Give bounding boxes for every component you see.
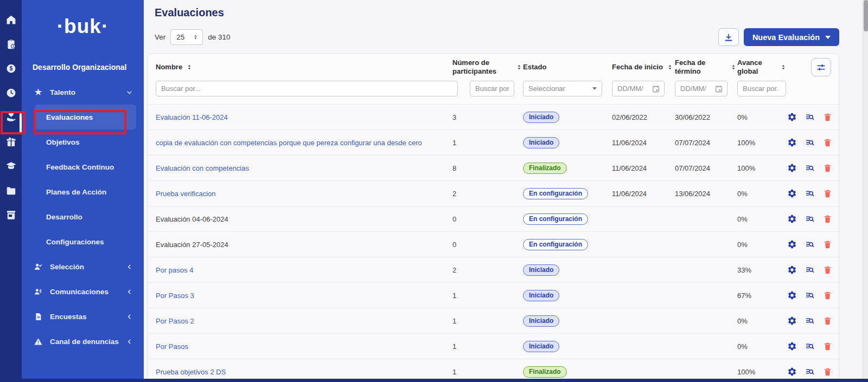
gift-icon[interactable] xyxy=(0,130,22,154)
evaluation-name-link[interactable]: Por Pasos 3 xyxy=(156,292,194,300)
row-detail-search-icon[interactable] xyxy=(805,265,815,275)
scrollbar-thumb[interactable] xyxy=(864,0,868,31)
evaluation-name-link[interactable]: Evaluación 11-06-2024 xyxy=(156,113,228,121)
table-row: Por Pasos 2 1 Iniciado 0% xyxy=(148,308,839,333)
evaluation-name-link[interactable]: Prueba verificacion xyxy=(156,190,216,198)
app-window: $ ·buk· Desarrollo Organizacional ★Talen… xyxy=(0,0,868,382)
sidebar: ·buk· Desarrollo Organizacional ★Talento… xyxy=(22,0,144,382)
sort-nombre-icon[interactable] xyxy=(186,63,193,71)
column-settings-button[interactable] xyxy=(811,58,831,76)
start-date-filter[interactable]: DD/MM/ xyxy=(612,81,665,96)
row-delete-trash-icon[interactable] xyxy=(823,367,832,377)
row-settings-gear-icon[interactable] xyxy=(787,189,797,198)
row-detail-search-icon[interactable] xyxy=(805,163,815,173)
table-row: copia de evaluación con competencias por… xyxy=(148,130,839,155)
row-delete-trash-icon[interactable] xyxy=(823,316,832,326)
graduation-cap-icon[interactable] xyxy=(0,154,22,178)
row-settings-gear-icon[interactable] xyxy=(787,367,797,377)
end-date-cell: 07/07/2024 xyxy=(675,164,737,172)
row-detail-search-icon[interactable] xyxy=(805,316,815,326)
evaluation-name-link[interactable]: Evaluación 27-05-2024 xyxy=(156,241,228,249)
evaluation-name-link[interactable]: Por pasos 4 xyxy=(156,266,193,274)
row-delete-trash-icon[interactable] xyxy=(823,215,832,224)
row-settings-gear-icon[interactable] xyxy=(787,138,797,147)
row-delete-trash-icon[interactable] xyxy=(823,342,832,351)
sidebar-item-configuraciones[interactable]: Configuraciones xyxy=(22,229,144,254)
folder-icon[interactable] xyxy=(0,178,22,203)
home-icon[interactable] xyxy=(0,8,22,32)
sidebar-item-encuestas[interactable]: Encuestas xyxy=(22,304,144,329)
row-delete-trash-icon[interactable] xyxy=(823,240,832,249)
status-badge: En configuración xyxy=(523,239,588,250)
calendar-icon[interactable] xyxy=(714,85,723,93)
sidebar-item-planes-de-acción[interactable]: Planes de Acción xyxy=(22,179,144,204)
row-delete-trash-icon[interactable] xyxy=(823,291,832,300)
sort-avance-icon[interactable] xyxy=(780,63,787,71)
bottom-edge-strip xyxy=(0,379,868,382)
table-row: Evaluación 04-06-2024 0 En configuración… xyxy=(148,206,839,231)
row-detail-search-icon[interactable] xyxy=(805,112,815,122)
participants-filter-input[interactable] xyxy=(470,81,514,96)
dollar-circle-icon[interactable]: $ xyxy=(0,56,22,81)
pagesize-label: Ver xyxy=(155,33,165,41)
row-detail-search-icon[interactable] xyxy=(805,138,815,147)
pagesize-select[interactable]: 25 xyxy=(170,29,203,45)
spinner-arrows-icon[interactable] xyxy=(192,34,199,41)
participants-cell: 1 xyxy=(452,139,523,147)
sidebar-section-title: Desarrollo Organizacional xyxy=(33,63,144,72)
sidebar-item-comunicaciones[interactable]: Comunicaciones xyxy=(22,279,144,304)
evaluation-name-link[interactable]: Por Pasos 2 xyxy=(156,317,194,325)
row-delete-trash-icon[interactable] xyxy=(823,189,832,198)
row-delete-trash-icon[interactable] xyxy=(823,164,832,173)
row-settings-gear-icon[interactable] xyxy=(787,214,797,224)
sidebar-item-feedback-continuo[interactable]: Feedback Continuo xyxy=(22,154,144,179)
sort-fecha-termino-icon[interactable] xyxy=(730,63,737,71)
row-settings-gear-icon[interactable] xyxy=(787,265,797,275)
evaluation-name-link[interactable]: Evaluación 04-06-2024 xyxy=(156,215,228,223)
end-date-filter[interactable]: DD/MM/ xyxy=(675,81,727,96)
row-settings-gear-icon[interactable] xyxy=(787,112,797,122)
sidebar-item-evaluaciones[interactable]: Evaluaciones xyxy=(35,105,136,130)
sort-participantes-icon[interactable] xyxy=(515,63,523,71)
sidebar-item-talento[interactable]: ★Talento xyxy=(22,80,144,105)
sort-fecha-inicio-icon[interactable] xyxy=(666,63,674,71)
row-detail-search-icon[interactable] xyxy=(805,214,815,224)
person-voice-icon xyxy=(34,287,43,296)
name-filter-input[interactable] xyxy=(156,81,458,96)
row-settings-gear-icon[interactable] xyxy=(787,290,797,300)
buk-logo: ·buk· xyxy=(22,15,144,38)
row-delete-trash-icon[interactable] xyxy=(823,138,832,147)
status-filter-select[interactable]: Seleccionar xyxy=(523,81,602,96)
clipboard-clock-icon[interactable] xyxy=(0,32,22,56)
row-settings-gear-icon[interactable] xyxy=(787,163,797,173)
sidebar-item-canal-de-denuncias[interactable]: Canal de denuncias xyxy=(22,329,144,354)
vertical-scrollbar[interactable] xyxy=(863,0,868,382)
row-detail-search-icon[interactable] xyxy=(805,239,815,249)
sidebar-item-desarrollo[interactable]: Desarrollo xyxy=(22,204,144,229)
new-evaluation-button[interactable]: Nueva Evaluación xyxy=(744,28,839,46)
row-detail-search-icon[interactable] xyxy=(805,367,815,377)
hand-heart-icon[interactable] xyxy=(0,105,22,130)
evaluation-name-link[interactable]: copia de evaluación con competencias por… xyxy=(156,139,422,147)
row-settings-gear-icon[interactable] xyxy=(787,239,797,249)
chevron-left-icon xyxy=(126,338,133,345)
table-body: Evaluación 11-06-2024 3 Iniciado 02/06/2… xyxy=(148,104,839,382)
evaluation-name-link[interactable]: Evaluación con competencias xyxy=(156,164,249,172)
sidebar-item-objetivos[interactable]: Objetivos xyxy=(22,130,144,154)
row-detail-search-icon[interactable] xyxy=(805,290,815,300)
row-detail-search-icon[interactable] xyxy=(805,189,815,198)
row-settings-gear-icon[interactable] xyxy=(787,341,797,351)
store-icon[interactable] xyxy=(0,203,22,227)
progress-filter-input[interactable] xyxy=(737,81,786,96)
row-settings-gear-icon[interactable] xyxy=(787,316,797,326)
col-header-estado: Estado xyxy=(523,63,546,72)
evaluation-name-link[interactable]: Por Pasos xyxy=(156,342,188,351)
row-delete-trash-icon[interactable] xyxy=(823,266,832,275)
row-delete-trash-icon[interactable] xyxy=(823,113,832,122)
evaluation-name-link[interactable]: Prueba objetivos 2 DS xyxy=(156,368,226,376)
row-detail-search-icon[interactable] xyxy=(805,341,815,351)
sidebar-item-selección[interactable]: Selección xyxy=(22,254,144,279)
download-button[interactable] xyxy=(718,28,739,46)
calendar-icon[interactable] xyxy=(652,85,660,93)
clock-icon[interactable] xyxy=(0,81,22,105)
